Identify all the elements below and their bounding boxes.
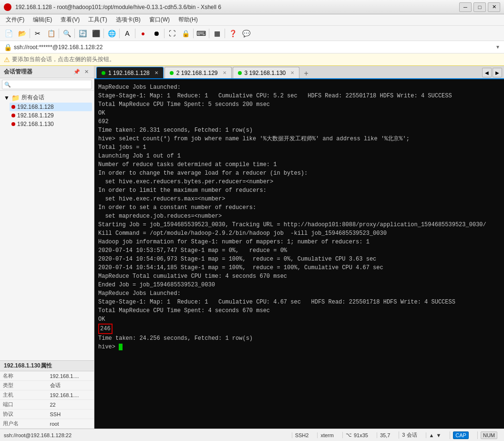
address-dropdown[interactable]: ▼ bbox=[495, 44, 500, 50]
terminal-cursor bbox=[119, 344, 123, 350]
terminal-line: In order to set a constant number of red… bbox=[98, 203, 500, 212]
close-button[interactable]: ✕ bbox=[488, 2, 500, 12]
notice-icon: ⚠ bbox=[4, 56, 10, 63]
sidebar-search-bar bbox=[0, 78, 94, 91]
session-item-2[interactable]: 192.168.1.129 bbox=[10, 111, 92, 120]
tree-children: 192.168.1.128 192.168.1.129 192.168.1.13… bbox=[10, 103, 92, 128]
tab-close-1[interactable]: ✕ bbox=[154, 70, 158, 75]
status-scroll: ▲ ▼ bbox=[426, 432, 444, 438]
toolbar-cut[interactable]: ✂ bbox=[31, 27, 44, 40]
tab-nav: ◀ ▶ bbox=[482, 68, 502, 78]
menu-edit[interactable]: 编辑(E) bbox=[29, 15, 56, 25]
toolbar-info[interactable]: 💬 bbox=[239, 27, 253, 40]
tab-label-1: 1 192.168.1.128 bbox=[108, 70, 150, 76]
menu-bar: 文件(F) 编辑(E) 查看(V) 工具(T) 选项卡(B) 窗口(W) 帮助(… bbox=[0, 14, 504, 26]
status-connection: ssh://root@192.168.1.128:22 bbox=[4, 432, 286, 438]
address-text: ssh://root:******@192.168.1.128:22 bbox=[14, 44, 494, 51]
status-size: ⌥ 91x35 bbox=[342, 432, 371, 438]
encoding-label: xterm bbox=[320, 432, 334, 438]
tab-2[interactable]: 2 192.168.1.129 ✕ bbox=[165, 67, 232, 78]
lock-icon: 🔒 bbox=[4, 43, 12, 51]
terminal-line: MapReduce Total cumulative CPU time: 4 s… bbox=[98, 272, 500, 281]
terminal-line: Starting Job = job_1594685539523_0030, T… bbox=[98, 220, 500, 229]
toolbar-red[interactable]: ● bbox=[136, 27, 150, 40]
terminal-line: Launching Job 1 out of 1 bbox=[98, 152, 500, 160]
menu-file[interactable]: 文件(F) bbox=[2, 15, 28, 25]
scroll-up-icon[interactable]: ▲ bbox=[429, 432, 434, 438]
toolbar-open[interactable]: 📂 bbox=[15, 27, 29, 40]
sidebar-close[interactable]: ✕ bbox=[82, 68, 90, 76]
sessions-label: 3 会话 bbox=[402, 431, 417, 439]
toolbar-copy[interactable]: 📋 bbox=[44, 27, 58, 40]
toolbar-search[interactable]: 🔍 bbox=[60, 27, 73, 40]
sidebar-pin[interactable]: 📌 bbox=[73, 68, 81, 76]
terminal-content[interactable]: MapReduce Jobs Launched:Stage-Stage-1: M… bbox=[94, 79, 504, 429]
session-item-1[interactable]: 192.168.1.128 bbox=[10, 103, 92, 111]
tab-add-button[interactable]: + bbox=[300, 69, 312, 78]
maximize-button[interactable]: □ bbox=[473, 2, 486, 12]
props-row: 协议 SSH bbox=[0, 410, 94, 419]
terminal-line: Stage-Stage-1: Map: 1 Reduce: 1 Cumulati… bbox=[98, 298, 500, 306]
notice-bar: ⚠ 要添加当前会话，点击左侧的箭头按钮。 bbox=[0, 53, 504, 66]
props-row: 主机 192.168.1.... bbox=[0, 390, 94, 400]
session-item-3[interactable]: 192.168.1.130 bbox=[10, 120, 92, 128]
toolbar-font[interactable]: A bbox=[121, 27, 134, 40]
session-dot-3 bbox=[11, 122, 15, 126]
scroll-down-icon[interactable]: ▼ bbox=[436, 432, 441, 438]
tab-next-button[interactable]: ▶ bbox=[493, 68, 502, 77]
terminal-line: 692 bbox=[98, 117, 500, 126]
toolbar-globe[interactable]: 🌐 bbox=[105, 27, 118, 40]
menu-tools[interactable]: 工具(T) bbox=[84, 15, 111, 25]
status-bar: ssh://root@192.168.1.128:22 SSH2 xterm ⌥… bbox=[0, 429, 504, 441]
terminal-line: 2020-07-14 10:54:14,185 Stage-1 map = 10… bbox=[98, 263, 500, 272]
position-label: 35,7 bbox=[380, 432, 390, 438]
props-row: 名称 192.168.1.... bbox=[0, 371, 94, 381]
tab-dot-3 bbox=[238, 71, 242, 75]
terminal-line: OK bbox=[98, 109, 500, 117]
tab-1[interactable]: 1 192.168.1.128 ✕ bbox=[96, 67, 164, 78]
props-value: SSH bbox=[47, 410, 94, 419]
menu-help[interactable]: 帮助(H) bbox=[175, 15, 202, 25]
toolbar-layout[interactable]: ▦ bbox=[210, 27, 224, 40]
main-area: 会话管理器 📌 ✕ ▼ 📁 所有会话 192.168.1.128 bbox=[0, 66, 504, 429]
terminal-line: set mapreduce.job.reduces=<number> bbox=[98, 212, 500, 220]
tab-dot-1 bbox=[102, 71, 105, 75]
props-value: 192.168.1.... bbox=[47, 390, 94, 400]
props-key: 用户名 bbox=[0, 419, 47, 429]
menu-window[interactable]: 窗口(W) bbox=[145, 15, 174, 25]
toolbar-refresh[interactable]: 🔄 bbox=[76, 27, 89, 40]
menu-view[interactable]: 查看(V) bbox=[57, 15, 83, 25]
terminal-area: 1 192.168.1.128 ✕ 2 192.168.1.129 ✕ 3 19… bbox=[94, 66, 504, 429]
status-cap: CAP bbox=[450, 431, 472, 439]
sidebar-title: 会话管理器 bbox=[4, 68, 32, 76]
tab-3[interactable]: 3 192.168.1.130 ✕ bbox=[233, 67, 300, 78]
toolbar-lock[interactable]: 🔒 bbox=[179, 27, 192, 40]
terminal-line: Time taken: 26.331 seconds, Fetched: 1 r… bbox=[98, 126, 500, 135]
toolbar-rec[interactable]: ⏺ bbox=[150, 27, 163, 40]
props-key: 名称 bbox=[0, 371, 47, 381]
tab-label-2: 2 192.168.1.129 bbox=[176, 70, 218, 76]
sidebar: 会话管理器 📌 ✕ ▼ 📁 所有会话 192.168.1.128 bbox=[0, 66, 94, 429]
address-bar: 🔒 ssh://root:******@192.168.1.128:22 ▼ bbox=[0, 41, 504, 53]
terminal-line: OK bbox=[98, 315, 500, 324]
toolbar-stop[interactable]: ⬛ bbox=[89, 27, 103, 40]
session-label-2: 192.168.1.129 bbox=[17, 112, 54, 119]
sidebar-search-input[interactable] bbox=[2, 80, 92, 89]
tree-all-sessions[interactable]: ▼ 📁 所有会话 bbox=[2, 93, 92, 103]
status-num: NUM bbox=[477, 431, 500, 439]
toolbar-new[interactable]: 📄 bbox=[2, 27, 15, 40]
tab-close-3[interactable]: ✕ bbox=[290, 70, 294, 75]
props-table: 名称 192.168.1.... 类型 会话 主机 192.168.1.... … bbox=[0, 371, 94, 429]
num-badge: NUM bbox=[481, 431, 497, 439]
toolbar-keyboard[interactable]: ⌨ bbox=[195, 27, 208, 40]
props-value: root bbox=[47, 419, 94, 429]
terminal-line: hive> select count(*) from job where nam… bbox=[98, 135, 500, 143]
minimize-button[interactable]: ─ bbox=[459, 2, 472, 12]
title-text: 192.168.1.128 - root@hadoop101:/opt/modu… bbox=[15, 4, 221, 10]
tab-close-2[interactable]: ✕ bbox=[223, 70, 226, 75]
terminal-line: Number of reduce tasks determined at com… bbox=[98, 160, 500, 169]
toolbar-fullscreen[interactable]: ⛶ bbox=[165, 27, 179, 40]
tab-prev-button[interactable]: ◀ bbox=[482, 68, 492, 77]
menu-tabs[interactable]: 选项卡(B) bbox=[112, 15, 144, 25]
toolbar-help[interactable]: ❓ bbox=[226, 27, 239, 40]
